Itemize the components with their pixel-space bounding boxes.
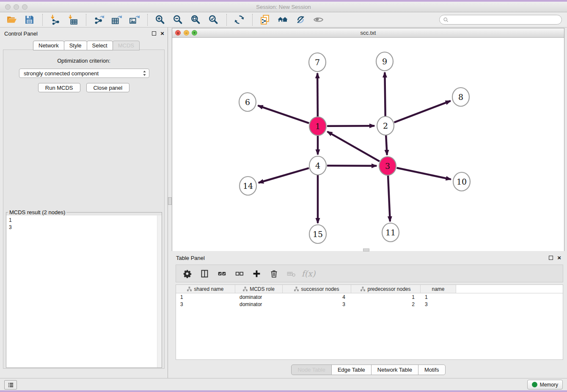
- graph-edge-4-3[interactable]: [327, 166, 377, 166]
- graph-edge-1-6[interactable]: [258, 105, 309, 123]
- column-header-MCDS-role[interactable]: MCDS role: [235, 285, 283, 293]
- table-tab-network-table[interactable]: Network Table: [371, 364, 418, 375]
- import-network-button[interactable]: [48, 14, 62, 26]
- horizontal-divider-handle[interactable]: [363, 248, 369, 251]
- cell-shared-name[interactable]: 1: [176, 294, 235, 300]
- table-float-panel-icon[interactable]: [549, 256, 553, 260]
- delete-column-button: [286, 268, 296, 279]
- zoom-selected-icon: [208, 14, 219, 25]
- function-builder-button: f(x): [303, 268, 314, 279]
- tab-style[interactable]: Style: [64, 41, 87, 50]
- cell-name[interactable]: 1: [421, 294, 456, 300]
- tree-icon: [294, 287, 299, 291]
- window-close-button[interactable]: [5, 4, 11, 10]
- run-mcds-button[interactable]: Run MCDS: [38, 83, 80, 92]
- cell-predecessor-nodes[interactable]: 2: [351, 301, 421, 307]
- graph-edge-3-11[interactable]: [388, 175, 390, 221]
- export-network-icon: [94, 14, 104, 25]
- tab-mcds[interactable]: MCDS: [113, 41, 140, 50]
- toolbar-separator: [226, 14, 227, 26]
- mcds-result-textarea[interactable]: 13: [6, 215, 162, 367]
- search-icon: [443, 17, 449, 23]
- graph-edge-3-1[interactable]: [328, 132, 380, 161]
- criterion-dropdown[interactable]: strongly connected component: [19, 69, 149, 78]
- control-panel-title: Control Panel: [4, 30, 38, 37]
- cell-successor-nodes[interactable]: 3: [283, 301, 351, 307]
- mcds-result-line: 1: [9, 217, 159, 224]
- window-maximize-button[interactable]: [22, 4, 28, 10]
- table-tab-motifs[interactable]: Motifs: [418, 364, 446, 375]
- node-table[interactable]: shared nameMCDS rolesuccessor nodesprede…: [176, 284, 563, 360]
- graph-edge-3-10[interactable]: [397, 168, 451, 179]
- home-button[interactable]: [275, 14, 290, 26]
- tab-select[interactable]: Select: [87, 41, 113, 50]
- hide-graphics-details-button[interactable]: [293, 14, 308, 26]
- graph-node-label: 9: [382, 57, 387, 66]
- float-panel-icon[interactable]: [152, 31, 156, 36]
- import-table-button[interactable]: [66, 14, 80, 26]
- graph-edge-1-7[interactable]: [317, 73, 318, 117]
- task-history-button[interactable]: [4, 380, 17, 389]
- cell-predecessor-nodes[interactable]: 1: [351, 294, 421, 300]
- column-header-name[interactable]: name: [421, 285, 456, 293]
- zoom-fit-button[interactable]: [188, 14, 203, 26]
- table-tab-edge-table[interactable]: Edge Table: [331, 364, 372, 375]
- open-file-button[interactable]: [4, 14, 19, 26]
- graph-edge-2-3[interactable]: [386, 135, 387, 155]
- add-row-button[interactable]: [251, 268, 261, 279]
- frame-close-button[interactable]: x: [175, 30, 181, 36]
- graph-edge-2-9[interactable]: [385, 72, 385, 116]
- memory-button-label: Memory: [540, 382, 558, 388]
- delete-row-button[interactable]: [269, 268, 279, 279]
- export-table-button[interactable]: [109, 14, 124, 26]
- window-title: Session: New Session: [0, 2, 567, 12]
- table-row[interactable]: 1dominator411: [176, 293, 563, 301]
- vertical-divider-handle[interactable]: [168, 197, 172, 205]
- frame-maximize-button[interactable]: +: [192, 30, 197, 36]
- graph-node-label: 3: [385, 161, 390, 171]
- refresh-layout-button[interactable]: [232, 14, 246, 26]
- cell-MCDS-role[interactable]: dominator: [235, 294, 283, 300]
- graph-edge-2-8[interactable]: [394, 101, 451, 122]
- network-canvas[interactable]: 7968124314101511: [172, 38, 564, 251]
- table-settings-button[interactable]: [182, 268, 192, 279]
- network-graph[interactable]: 7968124314101511: [172, 38, 564, 251]
- column-header-predecessor-nodes[interactable]: predecessor nodes: [351, 285, 421, 293]
- cell-name[interactable]: 3: [421, 301, 456, 307]
- zoom-in-button[interactable]: [153, 14, 167, 26]
- graph-edge-1-2[interactable]: [327, 126, 374, 126]
- table-tab-node-table[interactable]: Node Table: [291, 364, 332, 375]
- table-panel-title: Table Panel: [176, 255, 205, 261]
- toolbar-separator: [42, 14, 43, 26]
- deselect-all-rows-button[interactable]: [234, 268, 244, 279]
- cell-MCDS-role[interactable]: dominator: [235, 301, 283, 307]
- export-network-button[interactable]: [91, 14, 106, 26]
- result-scrollbar[interactable]: [157, 215, 162, 367]
- cell-successor-nodes[interactable]: 4: [283, 294, 351, 300]
- table-close-panel-icon[interactable]: ×: [557, 256, 561, 260]
- table-panel: Table Panel × f(x) shared nameMCDS roles…: [172, 252, 564, 377]
- zoom-selected-button[interactable]: [206, 14, 220, 26]
- table-row[interactable]: 3dominator323: [176, 301, 563, 308]
- memory-button[interactable]: Memory: [527, 380, 563, 389]
- show-graphics-details-button[interactable]: [311, 14, 325, 26]
- toggle-column-display-button[interactable]: [199, 268, 209, 279]
- close-panel-button[interactable]: Close panel: [86, 83, 130, 92]
- zoom-out-button[interactable]: [171, 14, 185, 26]
- network-frame-titlebar[interactable]: x − + scc.txt: [172, 28, 564, 38]
- select-all-rows-button[interactable]: [217, 268, 227, 279]
- clone-network-button[interactable]: [258, 14, 272, 26]
- close-panel-icon[interactable]: ×: [160, 31, 164, 36]
- search-input[interactable]: [449, 16, 561, 24]
- zoom-out-icon: [173, 14, 183, 25]
- save-session-button[interactable]: [22, 14, 36, 26]
- export-image-button[interactable]: [127, 14, 141, 26]
- frame-minimize-button[interactable]: −: [184, 30, 189, 36]
- search-field[interactable]: [439, 15, 562, 25]
- graph-edge-4-14[interactable]: [259, 168, 309, 183]
- tab-network[interactable]: Network: [33, 41, 64, 50]
- window-minimize-button[interactable]: [14, 4, 19, 10]
- cell-shared-name[interactable]: 3: [176, 301, 235, 307]
- column-header-shared-name[interactable]: shared name: [176, 285, 235, 293]
- column-header-successor-nodes[interactable]: successor nodes: [283, 285, 351, 293]
